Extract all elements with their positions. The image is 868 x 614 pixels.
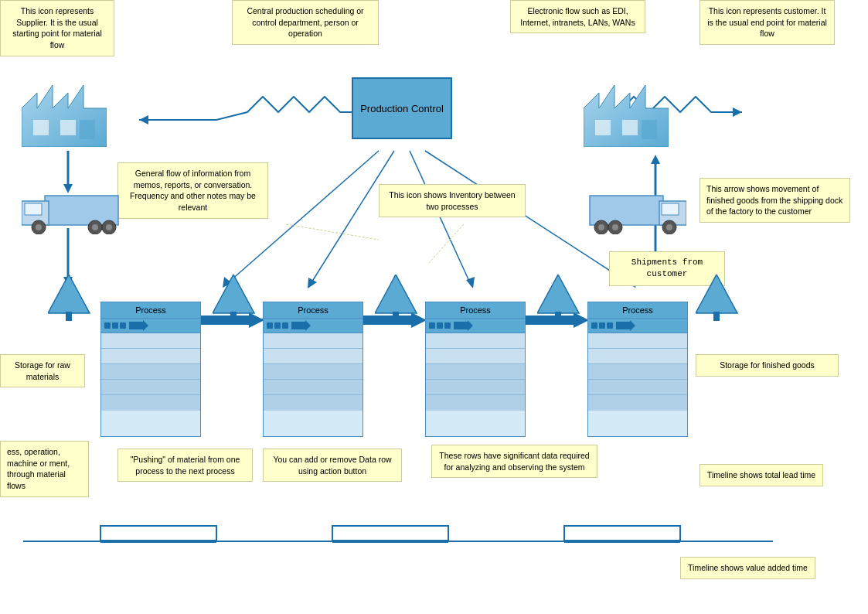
process-2-row-4: [264, 380, 363, 395]
process-box-2: Process: [263, 302, 363, 437]
svg-rect-33: [622, 120, 638, 135]
storage-finished-callout: Storage for finished goods: [696, 354, 839, 377]
process-2-row-1: [264, 333, 363, 349]
process-4-row-4: [588, 380, 687, 395]
significant-data-callout-text: These rows have significant data require…: [439, 451, 589, 472]
process-1-row-3: [101, 364, 200, 380]
svg-marker-72: [363, 312, 427, 328]
process-1-row-2: [101, 349, 200, 364]
data-row-callout-text: You can add or remove Data row using act…: [273, 455, 391, 476]
svg-marker-74: [526, 312, 589, 328]
process-2-header: Process: [264, 302, 363, 319]
svg-marker-73: [454, 320, 473, 331]
svg-line-25: [286, 224, 379, 240]
info-flow-callout-text: General flow of information from memos, …: [130, 169, 256, 212]
process-box-1: Process: [100, 302, 201, 437]
svg-rect-54: [66, 312, 72, 321]
process-4-row-1: [588, 333, 687, 349]
svg-marker-0: [139, 115, 148, 125]
process-icon-callout-text: ess, operation, machine or ment, through…: [7, 447, 70, 490]
svg-line-14: [410, 151, 471, 286]
pushing-callout: "Pushing" of material from one process t…: [117, 449, 253, 482]
process-3-header: Process: [426, 302, 525, 319]
shipments-callout-text: Shipments from customer: [631, 258, 703, 278]
storage-raw-callout: Storage for raw materials: [0, 354, 85, 387]
svg-rect-28: [33, 120, 49, 135]
inventory-triangle-4: [696, 275, 738, 321]
inventory-triangle-0: [48, 275, 90, 321]
process-box-4: Process: [587, 302, 688, 437]
svg-marker-66: [696, 275, 737, 313]
process-4-row-5: [588, 395, 687, 411]
storage-raw-callout-text: Storage for raw materials: [15, 360, 70, 381]
svg-rect-46: [662, 203, 679, 215]
process-1-row-4: [101, 380, 200, 395]
process-4-row-3: [588, 364, 687, 380]
significant-data-callout: These rows have significant data require…: [431, 445, 597, 478]
process-1-header: Process: [101, 302, 200, 319]
production-control-callout: Central production scheduling or control…: [232, 0, 379, 45]
data-row-callout: You can add or remove Data row using act…: [263, 449, 402, 482]
svg-point-52: [666, 224, 672, 230]
svg-marker-60: [375, 275, 417, 313]
timeline-lead-callout: Timeline shows total lead time: [700, 464, 823, 486]
svg-rect-34: [642, 120, 657, 139]
svg-marker-57: [213, 275, 254, 313]
svg-point-41: [92, 224, 98, 230]
svg-marker-70: [201, 312, 264, 328]
push-arrow-2-3: [363, 312, 427, 328]
process-3-row-1: [426, 333, 525, 349]
svg-marker-75: [616, 320, 635, 331]
process-4-row-2: [588, 349, 687, 364]
customer-callout-text: This icon represents customer. It is the…: [707, 6, 827, 38]
movement-callout-text: This arrow shows movement of finished go…: [706, 184, 842, 216]
electronic-flow-callout: Electronic flow such as EDI, Internet, i…: [510, 0, 645, 33]
timeline-value-callout: Timeline shows value added time: [680, 557, 815, 579]
process-2-row-3: [264, 364, 363, 380]
svg-marker-53: [48, 275, 90, 313]
svg-point-43: [106, 224, 112, 230]
inventory-callout-text: This icon shows Inventory between two pr…: [389, 190, 515, 211]
process-icon-callout: ess, operation, machine or ment, through…: [0, 441, 89, 497]
svg-marker-63: [537, 275, 579, 313]
customer-callout: This icon represents customer. It is the…: [700, 0, 835, 45]
movement-callout: This arrow shows movement of finished go…: [700, 178, 850, 223]
svg-marker-13: [308, 278, 317, 288]
electronic-flow-callout-text: Electronic flow such as EDI, Internet, i…: [520, 6, 635, 27]
process-4-header: Process: [588, 302, 687, 319]
production-control-box: Production Control: [352, 77, 452, 139]
process-2-row-2: [264, 349, 363, 364]
process-3-row-4: [426, 380, 525, 395]
process-3-row-5: [426, 395, 525, 411]
svg-rect-30: [80, 120, 95, 139]
process-3-row-2: [426, 349, 525, 364]
svg-rect-29: [60, 120, 76, 135]
process-2-row-5: [264, 395, 363, 411]
svg-rect-37: [25, 203, 42, 215]
svg-marker-15: [466, 277, 475, 288]
timeline-value-callout-text: Timeline shows value added time: [688, 563, 808, 572]
process-1-row-5: [101, 395, 200, 411]
supplier-callout: This icon represents Supplier. It is the…: [0, 0, 114, 56]
svg-marker-69: [129, 320, 148, 331]
svg-point-48: [598, 224, 604, 230]
svg-marker-1: [733, 107, 742, 117]
storage-finished-callout-text: Storage for finished goods: [720, 360, 815, 370]
process-1-row-1: [101, 333, 200, 349]
svg-line-26: [429, 224, 464, 263]
svg-point-50: [612, 224, 618, 230]
diagram-container: This icon represents Supplier. It is the…: [0, 0, 868, 614]
supplier-factory-icon: [22, 77, 107, 147]
push-arrow-1-2: [201, 312, 264, 328]
svg-marker-71: [291, 320, 311, 331]
inventory-callout: This icon shows Inventory between two pr…: [379, 184, 526, 217]
timeline-lead-callout-text: Timeline shows total lead time: [707, 470, 815, 479]
svg-point-39: [36, 224, 42, 230]
push-arrow-3-4: [526, 312, 589, 328]
svg-marker-9: [651, 155, 660, 164]
process-box-3: Process: [425, 302, 526, 437]
supplier-callout-text: This icon represents Supplier. It is the…: [12, 6, 102, 49]
svg-rect-67: [713, 312, 720, 321]
info-flow-callout: General flow of information from memos, …: [117, 162, 268, 219]
svg-line-12: [309, 151, 394, 286]
